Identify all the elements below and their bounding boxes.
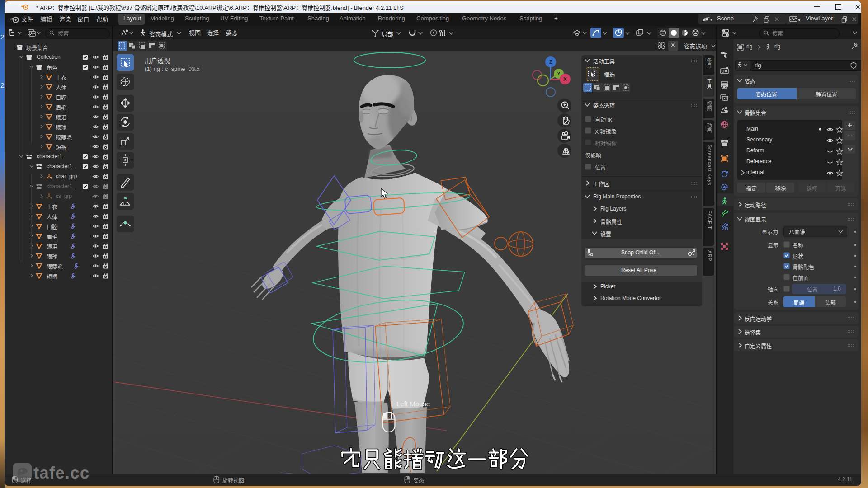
svg-text:Z: Z (549, 59, 552, 65)
svg-text:X: X (563, 76, 567, 82)
svg-text:Y: Y (557, 71, 560, 76)
